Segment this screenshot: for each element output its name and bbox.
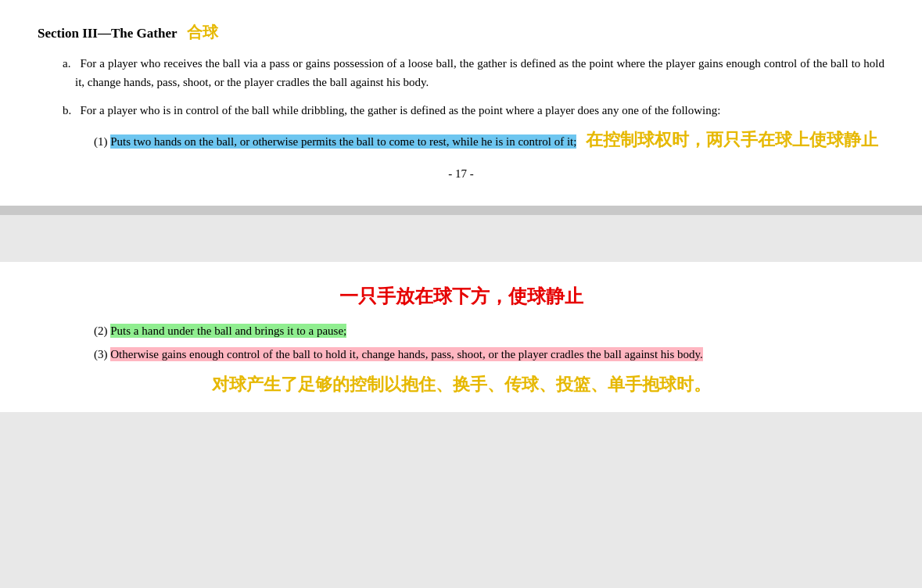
item-2-block: (2) Puts a hand under the ball and bring… <box>94 321 884 340</box>
item-1-block: (1) Puts two hands on the ball, or other… <box>94 126 884 153</box>
item3-prefix: (3) <box>94 348 108 360</box>
para-a-label: a. <box>63 57 77 70</box>
page-divider <box>0 206 922 215</box>
section-heading: Section III—The Gather 合球 <box>38 22 884 43</box>
item2-prefix: (2) <box>94 324 108 337</box>
bottom-chinese-footer: 对球产生了足够的控制以抱住、换手、传球、投篮、单手抱球时。 <box>38 373 884 396</box>
paragraph-b: b. For a player who is in control of the… <box>63 101 884 120</box>
item1-cn: 在控制球权时，两只手在球上使球静止 <box>586 130 878 149</box>
section-heading-en: Section III—The Gather <box>38 26 177 41</box>
section-heading-cn: 合球 <box>187 23 218 41</box>
paragraph-a: a. For a player who receives the ball vi… <box>63 54 884 91</box>
gap-section <box>0 215 922 262</box>
item3-highlighted-text: Otherwise gains enough control of the ba… <box>110 347 703 361</box>
item2-highlighted-text: Puts a hand under the ball and brings it… <box>110 324 346 338</box>
item-3-block: (3) Otherwise gains enough control of th… <box>94 345 884 364</box>
para-b-text: For a player who is in control of the ba… <box>81 104 721 117</box>
para-a-text: For a player who receives the ball via a… <box>75 57 884 88</box>
item1-highlighted-text: Puts two hands on the ball, or otherwise… <box>110 134 576 149</box>
para-b-label: b. <box>63 104 77 117</box>
page-bottom: 一只手放在球下方，使球静止 (2) Puts a hand under the … <box>0 262 922 412</box>
page-top: Section III—The Gather 合球 a. For a playe… <box>0 0 922 206</box>
page-number: - 17 - <box>38 167 884 181</box>
bottom-chinese-title: 一只手放在球下方，使球静止 <box>38 284 884 309</box>
item1-prefix: (1) <box>94 135 108 148</box>
